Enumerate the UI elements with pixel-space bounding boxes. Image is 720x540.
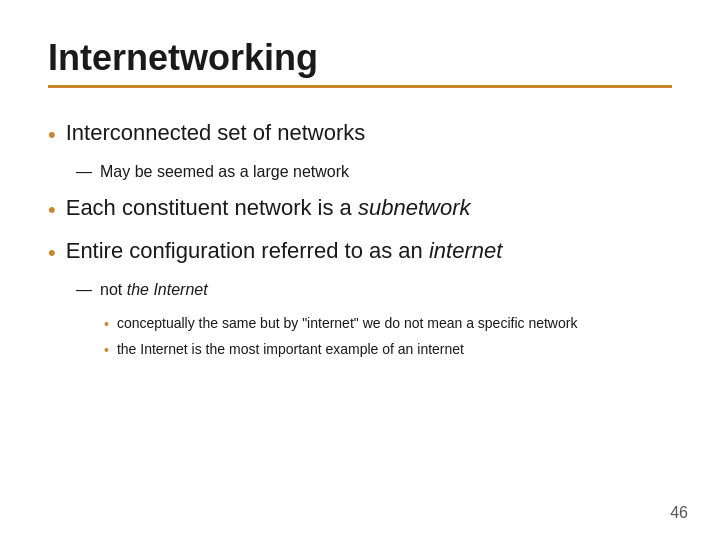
sub-bullet-text-3: not the Internet — [100, 279, 208, 301]
sub-bullet-1: — May be seemed as a large network — [76, 161, 672, 183]
sub-bullet-3: — not the Internet — [76, 279, 672, 301]
bullet-item-3: • Entire configuration referred to as an… — [48, 236, 672, 269]
slide: Internetworking • Interconnected set of … — [0, 0, 720, 540]
bullet-text-3: Entire configuration referred to as an i… — [66, 236, 503, 267]
title-underline — [48, 85, 672, 88]
title-block: Internetworking — [48, 36, 672, 108]
bullet-dot-1: • — [48, 120, 56, 151]
nested-bullet-text-1: conceptually the same but by "internet" … — [117, 313, 578, 334]
nested-bullet-item-2: • the Internet is the most important exa… — [104, 339, 672, 361]
bullet-group-1: • Interconnected set of networks — May b… — [48, 118, 672, 183]
sub-bullet-dash-1: — — [76, 161, 92, 183]
sub-bullet-dash-3: — — [76, 279, 92, 301]
bullet-text-2: Each constituent network is a subnetwork — [66, 193, 471, 224]
nested-bullet-dot-2: • — [104, 340, 109, 361]
bullet-dot-2: • — [48, 195, 56, 226]
content-area: • Interconnected set of networks — May b… — [48, 118, 672, 512]
nested-bullet-dot-1: • — [104, 314, 109, 335]
slide-title: Internetworking — [48, 36, 672, 79]
page-number: 46 — [670, 504, 688, 522]
bullet-group-3: • Entire configuration referred to as an… — [48, 236, 672, 361]
nested-bullet-text-2: the Internet is the most important examp… — [117, 339, 464, 360]
sub-bullet-text-1: May be seemed as a large network — [100, 161, 349, 183]
nested-bullet-item-1: • conceptually the same but by "internet… — [104, 313, 672, 335]
nested-bullets-3: • conceptually the same but by "internet… — [104, 313, 672, 361]
bullet-item-1: • Interconnected set of networks — [48, 118, 672, 151]
bullet-text-1: Interconnected set of networks — [66, 118, 366, 149]
bullet-item-2: • Each constituent network is a subnetwo… — [48, 193, 672, 226]
bullet-dot-3: • — [48, 238, 56, 269]
